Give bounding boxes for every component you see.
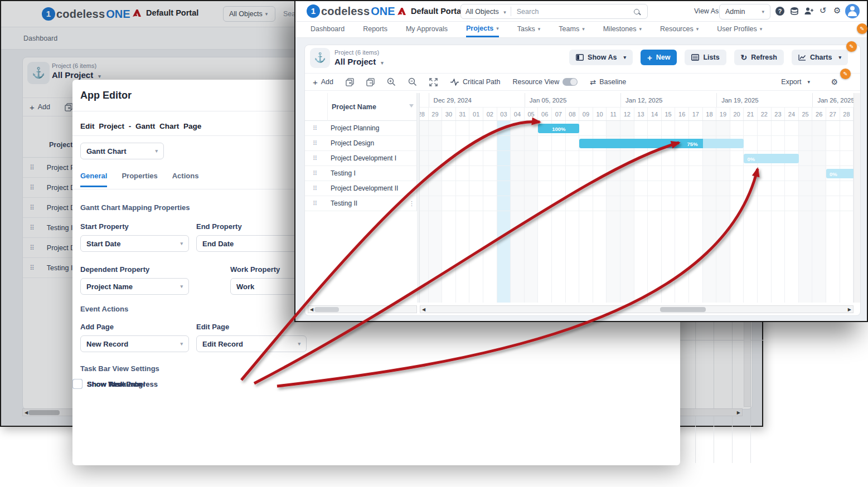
- scroll-right-icon[interactable]: ▶: [846, 307, 853, 312]
- day-label: 07: [552, 108, 566, 121]
- gantt-row[interactable]: ⠿ Testing II ⋮: [305, 196, 417, 211]
- component-type-select[interactable]: Gantt Chart▾: [80, 143, 164, 159]
- filter-icon[interactable]: [409, 104, 414, 108]
- nav-item[interactable]: Projects ▾: [466, 22, 499, 37]
- search-icon[interactable]: [634, 9, 639, 14]
- portal-name: Default Portal: [411, 7, 463, 16]
- end-property-select[interactable]: End Date▾: [196, 235, 307, 252]
- checkbox-option[interactable]: ✓ Show Work: [72, 379, 127, 389]
- gantt-row[interactable]: ⠿ Testing I ⋮: [305, 166, 417, 181]
- day-label: 05: [525, 108, 539, 121]
- drag-handle-icon[interactable]: ⠿: [313, 185, 317, 192]
- charts-icon: [798, 54, 806, 61]
- zoom-in-icon[interactable]: [387, 77, 396, 86]
- scroll-thumb[interactable]: [314, 307, 339, 312]
- nav-item-label: Milestones: [603, 25, 637, 33]
- nav-item[interactable]: Reports ▾: [363, 23, 387, 36]
- gantt-row[interactable]: ⠿ Project Development I ⋮: [305, 151, 417, 166]
- chevron-down-icon: ▾: [696, 26, 699, 32]
- fit-screen-icon[interactable]: [429, 78, 438, 86]
- tab-label: Properties: [122, 172, 157, 180]
- week-label: Jan 05, 2025: [525, 93, 621, 108]
- drag-handle-icon[interactable]: ⠿: [313, 140, 317, 147]
- avatar[interactable]: [845, 4, 860, 18]
- charts-button[interactable]: Charts▾: [792, 50, 848, 65]
- drag-handle-icon[interactable]: ⠿: [313, 125, 317, 132]
- tab[interactable]: Actions: [172, 172, 199, 187]
- timeline-hscrollbar[interactable]: ◀ ▶: [420, 305, 854, 313]
- baseline-button[interactable]: ⇄ Baseline: [590, 78, 626, 86]
- lists-icon: [691, 54, 699, 61]
- gantt-vertical-scrollbar[interactable]: [854, 93, 860, 303]
- day-label: 28: [420, 108, 429, 121]
- gantt-bar[interactable]: 0%: [826, 169, 854, 178]
- zoom-out-icon[interactable]: [408, 77, 417, 86]
- table-hscrollbar[interactable]: ◀: [308, 305, 417, 313]
- help-icon[interactable]: ?: [775, 7, 784, 16]
- logo-one-icon: 1: [307, 4, 320, 18]
- gantt-row[interactable]: ⠿ Project Planning ⋮: [305, 121, 417, 136]
- history-icon[interactable]: ↺: [819, 6, 827, 16]
- resource-view-toggle[interactable]: Resource View: [512, 78, 578, 86]
- nav-item[interactable]: Teams ▾: [559, 23, 584, 36]
- row-project-name: Project Development II: [331, 184, 398, 192]
- nav-item[interactable]: Dashboard ▾: [311, 23, 345, 36]
- add-user-icon[interactable]: [804, 7, 814, 16]
- edit-page-select[interactable]: Edit Record▾: [196, 335, 307, 352]
- edit-pencil-button[interactable]: ✎: [857, 23, 867, 34]
- drag-handle-icon[interactable]: ⠿: [313, 200, 317, 207]
- anchor-icon: ⚓: [310, 48, 330, 68]
- search-input[interactable]: Search: [511, 8, 634, 16]
- gantt-bar[interactable]: 0%: [744, 154, 798, 163]
- nav-item[interactable]: Resources ▾: [660, 23, 699, 36]
- nav-item[interactable]: Milestones ▾: [603, 23, 642, 36]
- gantt-row[interactable]: ⠿ Project Development II ⋮: [305, 181, 417, 196]
- gantt-bar[interactable]: 75%: [579, 139, 744, 148]
- export-button[interactable]: Export▾: [781, 78, 810, 86]
- taskbar-section-title: Task Bar View Settings: [80, 364, 159, 373]
- drag-handle-icon[interactable]: ⠿: [313, 155, 317, 162]
- gantt-card: ⚓ Project (6 items) All Project ▾ Show A…: [304, 45, 861, 316]
- add-page-select[interactable]: New Record▾: [80, 335, 189, 352]
- row-menu-icon[interactable]: ⋮: [409, 200, 415, 207]
- chevron-down-icon: ▾: [503, 9, 506, 15]
- nav-item[interactable]: User Profiles ▾: [717, 23, 762, 36]
- collapse-all-icon[interactable]: [366, 78, 375, 86]
- tab[interactable]: Properties: [122, 172, 157, 187]
- scroll-thumb[interactable]: [660, 307, 706, 312]
- nav-item[interactable]: My Approvals ▾: [406, 23, 448, 36]
- view-title[interactable]: All Project ▾: [334, 57, 384, 66]
- day-label: 04: [511, 108, 525, 121]
- refresh-button[interactable]: ↻Refresh: [734, 50, 784, 65]
- lists-button[interactable]: Lists: [685, 50, 726, 65]
- dependent-property-select[interactable]: Project Name▾: [80, 278, 189, 295]
- portal-selector[interactable]: Default Portal: [397, 7, 463, 16]
- gantt-bar[interactable]: 100%: [538, 124, 579, 133]
- timeline-week-header: Dec 29, 2024Jan 05, 2025Jan 12, 2025Jan …: [420, 93, 854, 108]
- nav-item-label: Projects: [466, 25, 493, 32]
- nav-item[interactable]: Tasks ▾: [517, 23, 540, 36]
- day-label: 13: [634, 108, 648, 121]
- tab[interactable]: General: [80, 172, 107, 187]
- edit-pencil-button[interactable]: ✎: [846, 41, 857, 52]
- gantt-row[interactable]: ⠿ Project Design ⋮: [305, 136, 417, 151]
- object-scope-dropdown[interactable]: All Objects ▾: [461, 8, 511, 16]
- gantt-settings-gear-icon[interactable]: ⚙: [831, 77, 838, 86]
- edit-pencil-button[interactable]: ✎: [840, 69, 851, 79]
- database-icon[interactable]: [790, 7, 799, 16]
- show-as-button[interactable]: Show As▾: [569, 50, 633, 65]
- drag-handle-icon[interactable]: ⠿: [313, 170, 317, 177]
- start-property-select[interactable]: Start Date▾: [80, 235, 189, 252]
- checkbox[interactable]: ✓: [72, 379, 83, 389]
- expand-all-icon[interactable]: [346, 78, 354, 86]
- tab-label: Actions: [172, 172, 199, 180]
- settings-gear-icon[interactable]: ⚙: [833, 6, 841, 16]
- project-name-column-header[interactable]: Project Name: [305, 93, 417, 121]
- critical-path-button[interactable]: Critical Path: [450, 78, 500, 86]
- view-as-value: Admin: [725, 8, 745, 16]
- scroll-left-icon[interactable]: ◀: [420, 307, 427, 312]
- view-as-dropdown[interactable]: Admin▾: [719, 4, 770, 20]
- toggle-switch[interactable]: [562, 78, 578, 86]
- new-button[interactable]: +New: [641, 50, 677, 65]
- add-button[interactable]: +Add: [313, 77, 333, 87]
